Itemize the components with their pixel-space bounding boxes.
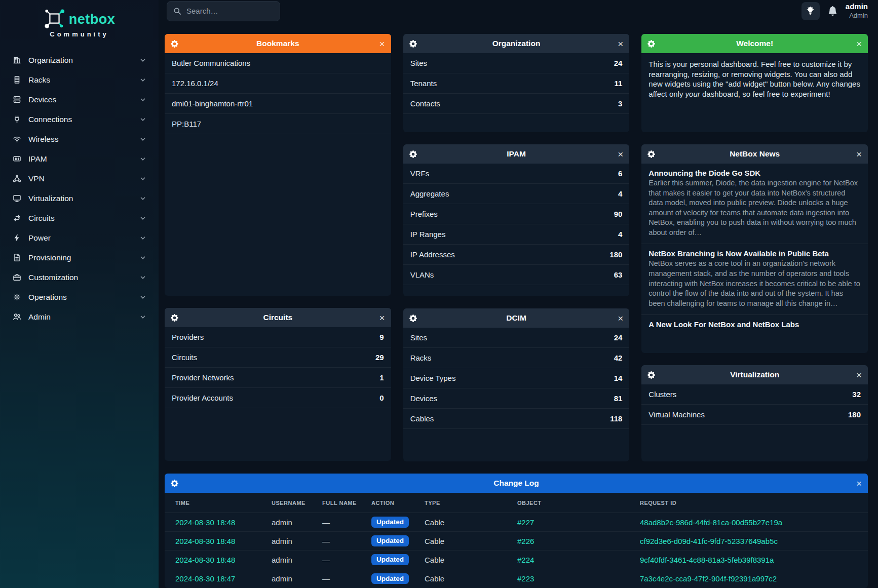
sidebar-item[interactable]: Organization	[7, 50, 151, 70]
sidebar-item[interactable]: Provisioning	[7, 248, 151, 267]
sidebar-item[interactable]: Circuits	[7, 208, 151, 228]
stat-label[interactable]: Provider Accounts	[172, 394, 233, 402]
sidebar-item[interactable]: IPAM	[7, 149, 151, 169]
sidebar-item[interactable]: Operations	[7, 287, 151, 307]
close-icon[interactable]: ×	[379, 313, 385, 323]
brand-logo[interactable]: netbox Community	[0, 7, 159, 45]
theme-toggle-button[interactable]	[801, 2, 820, 20]
col-request-id: REQUEST ID	[640, 500, 868, 506]
user-role: Admin	[846, 12, 868, 20]
sidebar-item[interactable]: Racks	[7, 70, 151, 90]
stat-label[interactable]: Tenants	[410, 79, 437, 88]
sidebar-item[interactable]: Devices	[7, 90, 151, 109]
widget-config-icon[interactable]	[647, 40, 661, 48]
widget-config-icon[interactable]	[647, 150, 661, 158]
sidebar-item[interactable]: Power	[7, 228, 151, 248]
stat-label[interactable]: Sites	[410, 333, 427, 342]
widget-config-icon[interactable]	[409, 315, 423, 322]
stat-label[interactable]: Device Types	[410, 374, 456, 382]
sidebar-item-label: IPAM	[28, 154, 132, 164]
changelog-request-id-link[interactable]: cf92d3e6-d09d-41fc-9fd7-52337649ab5c	[640, 537, 868, 545]
sidebar-item[interactable]: Connections	[7, 109, 151, 129]
stat-label[interactable]: IP Ranges	[410, 230, 446, 239]
stat-label[interactable]: Virtual Machines	[648, 410, 705, 419]
stat-label[interactable]: Providers	[172, 333, 204, 341]
widget-config-icon[interactable]	[647, 371, 661, 379]
chevron-down-icon	[139, 215, 146, 222]
stat-row: Circuits 29	[165, 347, 391, 368]
sidebar-item[interactable]: VPN	[7, 169, 151, 188]
sidebar-item[interactable]: Customization	[7, 267, 151, 287]
stat-value: 6	[618, 169, 622, 178]
changelog-type: Cable	[425, 518, 517, 527]
stat-label[interactable]: Devices	[410, 394, 437, 403]
stat-label[interactable]: Prefixes	[410, 210, 438, 218]
bookmark-link[interactable]: 172.16.0.1/24	[172, 79, 218, 88]
stat-value: 14	[614, 374, 623, 382]
stat-label[interactable]: Sites	[410, 59, 427, 67]
changelog-time-link[interactable]: 2024-08-30 18:48	[175, 537, 272, 545]
stat-value: 63	[614, 270, 623, 279]
changelog-time-link[interactable]: 2024-08-30 18:48	[175, 518, 272, 527]
sidebar-item[interactable]: Wireless	[7, 129, 151, 149]
changelog-time-link[interactable]: 2024-08-30 18:47	[175, 574, 272, 583]
stat-label[interactable]: VLANs	[410, 270, 434, 279]
changelog-object-link[interactable]: #223	[517, 574, 640, 583]
news-headline-link[interactable]: NetBox Branching is Now Available in Pub…	[648, 249, 861, 258]
close-icon[interactable]: ×	[379, 39, 385, 49]
changelog-time-link[interactable]: 2024-08-30 18:48	[175, 556, 272, 564]
close-icon[interactable]: ×	[856, 39, 862, 49]
changelog-request-id-link[interactable]: 9cf40fdf-3461-4c88-81a3-5feb39f8391a	[640, 556, 868, 564]
provisioning-icon	[12, 253, 21, 262]
close-icon[interactable]: ×	[618, 313, 623, 323]
stat-label[interactable]: IP Addresses	[410, 250, 455, 259]
bookmark-row: 172.16.0.1/24	[165, 73, 391, 94]
news-headline-link[interactable]: Announcing the Diode Go SDK	[648, 169, 861, 177]
chevron-down-icon	[139, 294, 146, 301]
col-object: OBJECT	[517, 500, 640, 506]
sidebar-item[interactable]: Virtualization	[7, 188, 151, 208]
bookmark-link[interactable]: Butler Communications	[172, 59, 250, 67]
stat-row: Clusters 32	[641, 384, 868, 405]
changelog-object-link[interactable]: #226	[517, 537, 640, 545]
stat-label[interactable]: VRFs	[410, 169, 430, 178]
close-icon[interactable]: ×	[856, 149, 862, 159]
stat-label[interactable]: Contacts	[410, 99, 440, 108]
stat-value: 81	[614, 394, 623, 403]
close-icon[interactable]: ×	[856, 479, 862, 488]
action-badge: Updated	[371, 535, 409, 546]
action-badge: Updated	[371, 554, 409, 565]
widget-title: Bookmarks	[184, 39, 372, 48]
close-icon[interactable]: ×	[618, 149, 623, 159]
close-icon[interactable]: ×	[618, 39, 623, 49]
widget-config-icon[interactable]	[409, 40, 423, 48]
bookmark-link[interactable]: PP:B117	[172, 120, 201, 128]
user-menu[interactable]: admin Admin	[846, 2, 868, 20]
widget-config-icon[interactable]	[171, 314, 184, 322]
changelog-object-link[interactable]: #227	[517, 518, 640, 527]
stat-label[interactable]: Cables	[410, 414, 434, 423]
news-headline-link[interactable]: A New Look For NetBox and NetBox Labs	[648, 320, 861, 329]
widget-config-icon[interactable]	[409, 150, 423, 158]
stat-label[interactable]: Provider Networks	[172, 373, 234, 382]
changelog-row: 2024-08-30 18:48 admin — Updated Cable #…	[165, 513, 868, 532]
stat-row: Devices 81	[403, 388, 630, 409]
changelog-request-id-link[interactable]: 7a3c4e2c-cca9-47f2-904f-f92391a997c2	[640, 574, 868, 583]
changelog-object-link[interactable]: #224	[517, 556, 640, 564]
widget-config-icon[interactable]	[171, 480, 184, 487]
notifications-button[interactable]	[828, 6, 837, 16]
changelog-request-id-link[interactable]: 48ad8b2c-986d-44fd-81ca-00d55b27e19a	[640, 518, 868, 527]
stat-label[interactable]: Aggregates	[410, 189, 449, 198]
sidebar-item[interactable]: Admin	[7, 307, 151, 327]
chevron-down-icon	[139, 155, 146, 163]
search-input[interactable]	[186, 7, 274, 15]
stat-value: 90	[614, 210, 623, 218]
changelog-row: 2024-08-30 18:47 admin — Updated Cable #…	[165, 569, 868, 588]
close-icon[interactable]: ×	[856, 370, 862, 380]
stat-label[interactable]: Racks	[410, 354, 432, 362]
bookmark-link[interactable]: dmi01-binghamton-rtr01	[172, 99, 253, 108]
stat-label[interactable]: Circuits	[172, 353, 197, 362]
stat-label[interactable]: Clusters	[648, 390, 676, 399]
stat-row: Providers 9	[165, 327, 391, 347]
widget-config-icon[interactable]	[171, 40, 184, 48]
